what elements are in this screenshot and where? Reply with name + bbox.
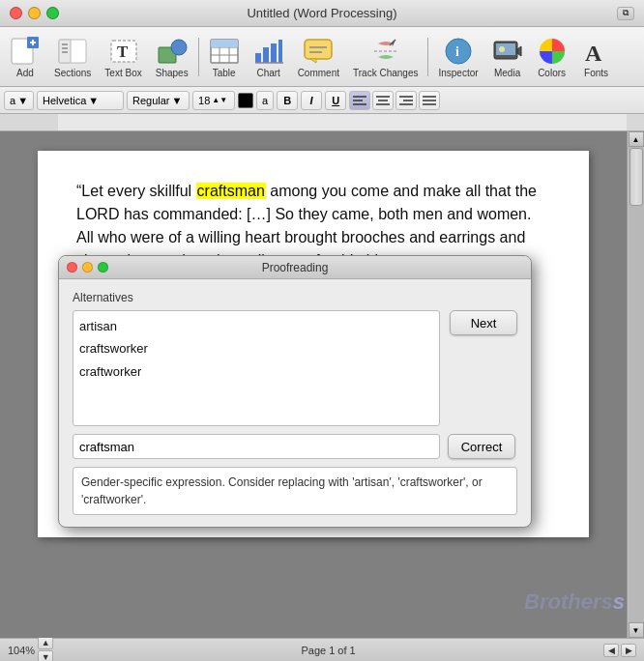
toolbar-trackchanges[interactable]: Track Changes [347, 32, 424, 82]
scroll-down-button[interactable]: ▼ [629, 622, 644, 638]
svg-rect-24 [305, 40, 332, 59]
svg-text:A: A [585, 41, 602, 66]
scroll-track[interactable] [629, 147, 644, 622]
colors-label: Colors [538, 68, 566, 78]
toolbar-inspector[interactable]: i Inspector [432, 32, 483, 82]
add-icon [10, 36, 41, 67]
dialog-maximize-button[interactable] [98, 262, 108, 273]
dialog-title-bar: Proofreading [59, 256, 531, 279]
toolbar-sections[interactable]: Sections [48, 32, 97, 82]
toolbar-fonts[interactable]: A Fonts [575, 32, 618, 82]
window-title: Untitled (Word Processing) [247, 6, 396, 20]
shapes-icon [157, 36, 188, 67]
comment-icon [303, 36, 334, 67]
italic-button[interactable]: I [301, 91, 322, 110]
align-justify-button[interactable] [419, 91, 440, 110]
toolbar-sep-2 [427, 38, 428, 76]
align-center-button[interactable] [372, 91, 394, 110]
table-icon [209, 36, 240, 67]
scroll-thumb[interactable] [629, 148, 643, 206]
align-left-button[interactable] [349, 91, 370, 110]
scroll-up-button[interactable]: ▲ [629, 131, 644, 147]
svg-rect-19 [255, 53, 261, 63]
main-toolbar: Add Sections T Text Box [0, 27, 644, 87]
zoom-down-button[interactable]: ▼ [38, 650, 53, 661]
status-bar: 104% ▲ ▼ Page 1 of 1 ◀ ▶ [0, 638, 644, 661]
textbox-icon: T [108, 36, 139, 67]
size-stepper-icon: ▲▼ [212, 97, 227, 104]
svg-rect-21 [271, 43, 277, 63]
dialog-minimize-button[interactable] [82, 262, 93, 273]
zoom-value: 104% [8, 645, 35, 656]
svg-marker-25 [310, 59, 316, 63]
paragraph-style-dropdown[interactable]: a ▼ [4, 91, 34, 110]
alternative-item-2[interactable]: craftsworker [79, 337, 433, 359]
weight-dropdown-arrow-icon: ▼ [172, 95, 183, 106]
window-resize-button[interactable]: ⧉ [617, 7, 634, 20]
toolbar-colors[interactable]: Colors [531, 32, 573, 82]
page-info: Page 1 of 1 [61, 645, 596, 656]
minimize-button[interactable] [28, 7, 41, 19]
toolbar-media[interactable]: Media [486, 32, 529, 82]
svg-rect-5 [59, 40, 71, 63]
font-name-dropdown[interactable]: Helvetica ▼ [37, 91, 124, 110]
font-size-control[interactable]: 18 ▲▼ [192, 91, 235, 110]
underline-button[interactable]: U [325, 91, 346, 110]
shapes-label: Shapes [156, 68, 189, 78]
font-color-btn[interactable]: a [256, 91, 274, 110]
toolbar-textbox[interactable]: T Text Box [99, 32, 147, 82]
toolbar-table[interactable]: Table [203, 32, 246, 82]
dialog-close-button[interactable] [67, 262, 77, 273]
svg-text:T: T [117, 43, 129, 61]
vertical-scrollbar: ▲ ▼ [627, 131, 644, 638]
content-wrapper: “Let every skillful craftsman among you … [0, 131, 644, 638]
zoom-up-button[interactable]: ▲ [38, 636, 53, 649]
close-button[interactable] [10, 7, 22, 19]
correct-button[interactable]: Correct [448, 434, 515, 459]
bold-button[interactable]: B [277, 91, 298, 110]
toolbar-shapes[interactable]: Shapes [150, 32, 194, 82]
title-bar: Untitled (Word Processing) ⧉ [0, 0, 644, 27]
font-weight-dropdown[interactable]: Regular ▼ [127, 91, 190, 110]
chart-label: Chart [256, 68, 279, 78]
status-scroll-up[interactable]: ◀ [603, 644, 619, 657]
ruler: 0 1 2 3 4 5 6 7 8 [0, 114, 644, 131]
svg-point-12 [171, 40, 187, 55]
status-scroll-down[interactable]: ▶ [621, 644, 636, 657]
media-label: Media [494, 68, 520, 78]
alternatives-list[interactable]: artisan craftsworker craftworker [73, 310, 440, 426]
dialog-action-buttons: Next [450, 310, 517, 426]
dropdown-arrow-icon: ▼ [17, 95, 28, 106]
font-color-swatch[interactable] [238, 93, 253, 108]
next-button[interactable]: Next [450, 310, 517, 335]
maximize-button[interactable] [46, 7, 59, 19]
alternative-item-1[interactable]: artisan [79, 315, 433, 337]
dialog-title: Proofreading [262, 261, 329, 274]
zoom-stepper: ▲ ▼ [38, 636, 53, 661]
toolbar-chart[interactable]: Chart [248, 32, 290, 82]
sections-icon [57, 36, 88, 67]
trackchanges-icon [370, 36, 401, 67]
toolbar-sep-1 [198, 38, 199, 76]
explanation-box: Gender-specific expression. Consider rep… [73, 467, 517, 515]
fonts-label: Fonts [584, 68, 608, 78]
svg-text:i: i [455, 44, 459, 59]
colors-icon [537, 36, 568, 67]
comment-label: Comment [298, 68, 339, 78]
toolbar-comment[interactable]: Comment [292, 32, 345, 82]
svg-rect-18 [211, 40, 238, 47]
alternatives-row: artisan craftsworker craftworker Next [73, 310, 517, 426]
chart-icon [253, 36, 284, 67]
font-dropdown-arrow-icon: ▼ [88, 95, 99, 106]
current-word-input[interactable] [73, 434, 440, 459]
text-before: “Let every skillful [76, 183, 196, 199]
trackchanges-label: Track Changes [353, 68, 418, 78]
alternative-item-3[interactable]: craftworker [79, 360, 433, 383]
svg-rect-22 [278, 40, 282, 63]
table-label: Table [213, 68, 236, 78]
align-buttons [349, 91, 440, 110]
toolbar-add[interactable]: Add [4, 32, 46, 82]
align-right-button[interactable] [395, 91, 417, 110]
proofreading-dialog: Proofreading Alternatives artisan crafts… [58, 255, 532, 528]
alternatives-label: Alternatives [73, 291, 517, 304]
